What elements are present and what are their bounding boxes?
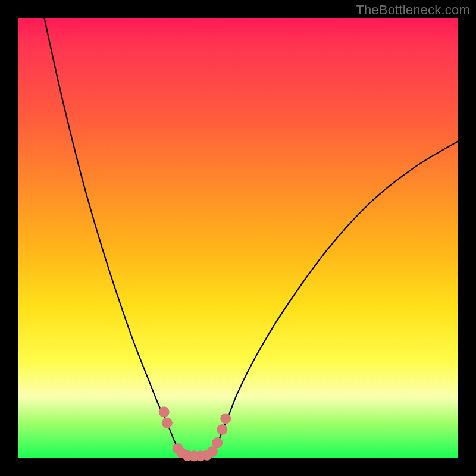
marker-dot — [212, 437, 223, 448]
marker-dot — [217, 424, 227, 435]
marker-dot — [220, 413, 231, 424]
series-left-branch — [44, 18, 183, 455]
marker-dot — [162, 418, 173, 428]
plot-area — [18, 18, 458, 458]
curve-lines — [44, 18, 458, 456]
chart-frame: TheBottleneck.com — [0, 0, 476, 476]
marker-dots — [159, 406, 231, 461]
marker-dot — [159, 406, 170, 417]
watermark-text: TheBottleneck.com — [356, 2, 470, 18]
series-right-branch — [212, 141, 458, 455]
chart-svg — [18, 18, 458, 458]
